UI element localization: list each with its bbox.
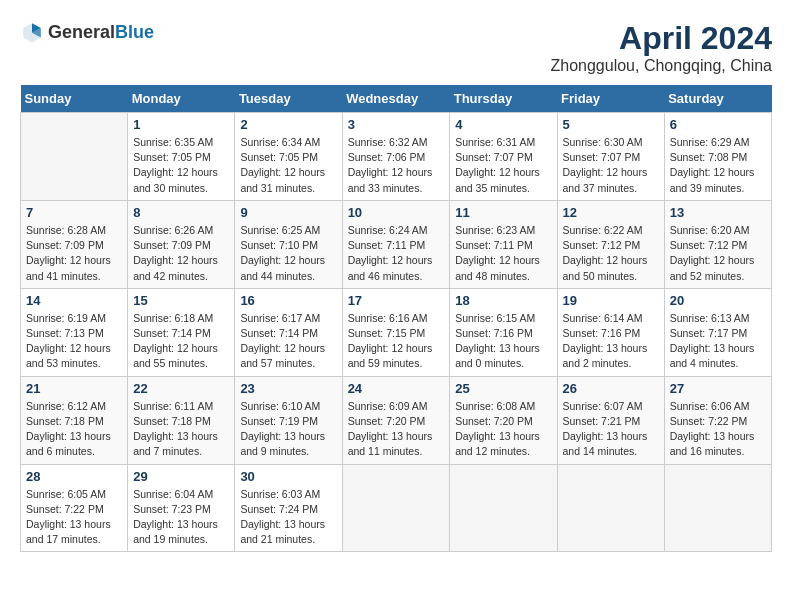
day-number: 20 xyxy=(670,293,766,308)
day-number: 21 xyxy=(26,381,122,396)
day-of-week-header: Monday xyxy=(128,85,235,113)
calendar-cell: 25Sunrise: 6:08 AM Sunset: 7:20 PM Dayli… xyxy=(450,376,557,464)
day-number: 15 xyxy=(133,293,229,308)
calendar-cell: 11Sunrise: 6:23 AM Sunset: 7:11 PM Dayli… xyxy=(450,200,557,288)
day-number: 16 xyxy=(240,293,336,308)
day-info: Sunrise: 6:31 AM Sunset: 7:07 PM Dayligh… xyxy=(455,135,551,196)
calendar-table: SundayMondayTuesdayWednesdayThursdayFrid… xyxy=(20,85,772,552)
calendar-cell: 26Sunrise: 6:07 AM Sunset: 7:21 PM Dayli… xyxy=(557,376,664,464)
day-info: Sunrise: 6:25 AM Sunset: 7:10 PM Dayligh… xyxy=(240,223,336,284)
day-of-week-header: Saturday xyxy=(664,85,771,113)
day-number: 7 xyxy=(26,205,122,220)
calendar-cell: 23Sunrise: 6:10 AM Sunset: 7:19 PM Dayli… xyxy=(235,376,342,464)
logo-text: General Blue xyxy=(48,22,154,43)
day-number: 22 xyxy=(133,381,229,396)
calendar-cell: 18Sunrise: 6:15 AM Sunset: 7:16 PM Dayli… xyxy=(450,288,557,376)
day-info: Sunrise: 6:08 AM Sunset: 7:20 PM Dayligh… xyxy=(455,399,551,460)
day-number: 23 xyxy=(240,381,336,396)
calendar-cell: 20Sunrise: 6:13 AM Sunset: 7:17 PM Dayli… xyxy=(664,288,771,376)
day-info: Sunrise: 6:07 AM Sunset: 7:21 PM Dayligh… xyxy=(563,399,659,460)
calendar-cell: 7Sunrise: 6:28 AM Sunset: 7:09 PM Daylig… xyxy=(21,200,128,288)
day-info: Sunrise: 6:13 AM Sunset: 7:17 PM Dayligh… xyxy=(670,311,766,372)
day-info: Sunrise: 6:05 AM Sunset: 7:22 PM Dayligh… xyxy=(26,487,122,548)
day-info: Sunrise: 6:19 AM Sunset: 7:13 PM Dayligh… xyxy=(26,311,122,372)
calendar-cell: 8Sunrise: 6:26 AM Sunset: 7:09 PM Daylig… xyxy=(128,200,235,288)
day-number: 12 xyxy=(563,205,659,220)
calendar-cell: 2Sunrise: 6:34 AM Sunset: 7:05 PM Daylig… xyxy=(235,113,342,201)
title-area: April 2024 Zhonggulou, Chongqing, China xyxy=(551,20,773,75)
calendar-cell: 14Sunrise: 6:19 AM Sunset: 7:13 PM Dayli… xyxy=(21,288,128,376)
day-number: 17 xyxy=(348,293,445,308)
logo-icon xyxy=(20,20,44,44)
day-info: Sunrise: 6:10 AM Sunset: 7:19 PM Dayligh… xyxy=(240,399,336,460)
calendar-cell xyxy=(450,464,557,552)
main-title: April 2024 xyxy=(551,20,773,57)
calendar-cell: 4Sunrise: 6:31 AM Sunset: 7:07 PM Daylig… xyxy=(450,113,557,201)
calendar-week-row: 1Sunrise: 6:35 AM Sunset: 7:05 PM Daylig… xyxy=(21,113,772,201)
calendar-cell: 3Sunrise: 6:32 AM Sunset: 7:06 PM Daylig… xyxy=(342,113,450,201)
day-number: 11 xyxy=(455,205,551,220)
day-number: 2 xyxy=(240,117,336,132)
day-number: 6 xyxy=(670,117,766,132)
day-info: Sunrise: 6:06 AM Sunset: 7:22 PM Dayligh… xyxy=(670,399,766,460)
day-number: 14 xyxy=(26,293,122,308)
day-number: 18 xyxy=(455,293,551,308)
logo: General Blue xyxy=(20,20,154,44)
calendar-week-row: 7Sunrise: 6:28 AM Sunset: 7:09 PM Daylig… xyxy=(21,200,772,288)
calendar-cell: 30Sunrise: 6:03 AM Sunset: 7:24 PM Dayli… xyxy=(235,464,342,552)
day-of-week-header: Sunday xyxy=(21,85,128,113)
day-info: Sunrise: 6:32 AM Sunset: 7:06 PM Dayligh… xyxy=(348,135,445,196)
day-info: Sunrise: 6:15 AM Sunset: 7:16 PM Dayligh… xyxy=(455,311,551,372)
calendar-cell: 24Sunrise: 6:09 AM Sunset: 7:20 PM Dayli… xyxy=(342,376,450,464)
calendar-cell: 15Sunrise: 6:18 AM Sunset: 7:14 PM Dayli… xyxy=(128,288,235,376)
day-number: 29 xyxy=(133,469,229,484)
day-info: Sunrise: 6:16 AM Sunset: 7:15 PM Dayligh… xyxy=(348,311,445,372)
day-number: 3 xyxy=(348,117,445,132)
day-info: Sunrise: 6:35 AM Sunset: 7:05 PM Dayligh… xyxy=(133,135,229,196)
calendar-cell: 10Sunrise: 6:24 AM Sunset: 7:11 PM Dayli… xyxy=(342,200,450,288)
day-number: 4 xyxy=(455,117,551,132)
day-number: 28 xyxy=(26,469,122,484)
day-info: Sunrise: 6:24 AM Sunset: 7:11 PM Dayligh… xyxy=(348,223,445,284)
calendar-week-row: 21Sunrise: 6:12 AM Sunset: 7:18 PM Dayli… xyxy=(21,376,772,464)
logo-general: General xyxy=(48,22,115,43)
calendar-cell: 9Sunrise: 6:25 AM Sunset: 7:10 PM Daylig… xyxy=(235,200,342,288)
day-of-week-header: Tuesday xyxy=(235,85,342,113)
day-of-week-header: Thursday xyxy=(450,85,557,113)
calendar-cell: 28Sunrise: 6:05 AM Sunset: 7:22 PM Dayli… xyxy=(21,464,128,552)
day-info: Sunrise: 6:22 AM Sunset: 7:12 PM Dayligh… xyxy=(563,223,659,284)
calendar-cell xyxy=(664,464,771,552)
day-info: Sunrise: 6:23 AM Sunset: 7:11 PM Dayligh… xyxy=(455,223,551,284)
day-info: Sunrise: 6:30 AM Sunset: 7:07 PM Dayligh… xyxy=(563,135,659,196)
calendar-cell: 22Sunrise: 6:11 AM Sunset: 7:18 PM Dayli… xyxy=(128,376,235,464)
day-number: 19 xyxy=(563,293,659,308)
day-number: 27 xyxy=(670,381,766,396)
day-info: Sunrise: 6:26 AM Sunset: 7:09 PM Dayligh… xyxy=(133,223,229,284)
day-number: 9 xyxy=(240,205,336,220)
header: General Blue April 2024 Zhonggulou, Chon… xyxy=(20,20,772,75)
day-of-week-header: Wednesday xyxy=(342,85,450,113)
calendar-cell: 5Sunrise: 6:30 AM Sunset: 7:07 PM Daylig… xyxy=(557,113,664,201)
calendar-cell: 16Sunrise: 6:17 AM Sunset: 7:14 PM Dayli… xyxy=(235,288,342,376)
calendar-cell: 1Sunrise: 6:35 AM Sunset: 7:05 PM Daylig… xyxy=(128,113,235,201)
day-number: 8 xyxy=(133,205,229,220)
day-number: 10 xyxy=(348,205,445,220)
day-number: 5 xyxy=(563,117,659,132)
calendar-cell: 19Sunrise: 6:14 AM Sunset: 7:16 PM Dayli… xyxy=(557,288,664,376)
calendar-week-row: 14Sunrise: 6:19 AM Sunset: 7:13 PM Dayli… xyxy=(21,288,772,376)
subtitle: Zhonggulou, Chongqing, China xyxy=(551,57,773,75)
calendar-cell: 13Sunrise: 6:20 AM Sunset: 7:12 PM Dayli… xyxy=(664,200,771,288)
day-info: Sunrise: 6:20 AM Sunset: 7:12 PM Dayligh… xyxy=(670,223,766,284)
day-number: 24 xyxy=(348,381,445,396)
calendar-cell: 12Sunrise: 6:22 AM Sunset: 7:12 PM Dayli… xyxy=(557,200,664,288)
calendar-header-row: SundayMondayTuesdayWednesdayThursdayFrid… xyxy=(21,85,772,113)
calendar-cell: 29Sunrise: 6:04 AM Sunset: 7:23 PM Dayli… xyxy=(128,464,235,552)
calendar-cell: 17Sunrise: 6:16 AM Sunset: 7:15 PM Dayli… xyxy=(342,288,450,376)
day-info: Sunrise: 6:12 AM Sunset: 7:18 PM Dayligh… xyxy=(26,399,122,460)
day-info: Sunrise: 6:14 AM Sunset: 7:16 PM Dayligh… xyxy=(563,311,659,372)
calendar-week-row: 28Sunrise: 6:05 AM Sunset: 7:22 PM Dayli… xyxy=(21,464,772,552)
day-number: 1 xyxy=(133,117,229,132)
calendar-cell: 21Sunrise: 6:12 AM Sunset: 7:18 PM Dayli… xyxy=(21,376,128,464)
day-of-week-header: Friday xyxy=(557,85,664,113)
calendar-cell xyxy=(557,464,664,552)
